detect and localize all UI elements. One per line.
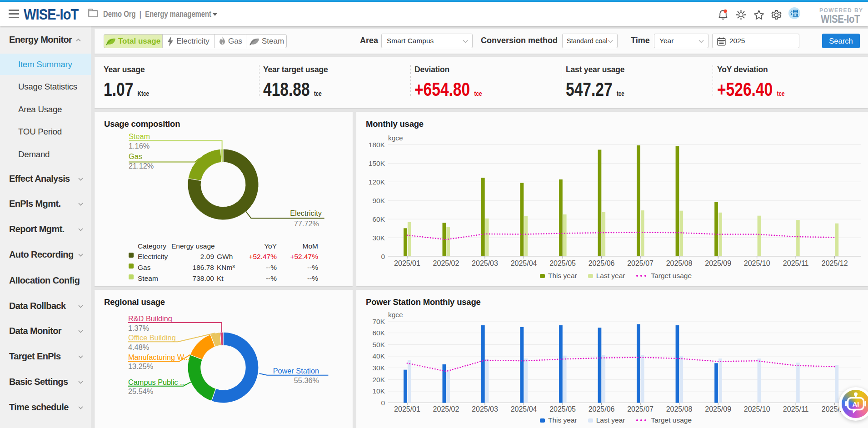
svg-text:2025/04: 2025/04 xyxy=(511,405,537,413)
svg-text:2025/06: 2025/06 xyxy=(589,259,615,267)
svg-text:AI: AI xyxy=(853,400,859,408)
svg-text:4.48%: 4.48% xyxy=(128,343,149,351)
svg-text:2025/05: 2025/05 xyxy=(549,259,576,267)
svg-text:60K: 60K xyxy=(372,215,385,223)
svg-text:738.00: 738.00 xyxy=(193,274,215,282)
svg-text:Manufacturing W...: Manufacturing W... xyxy=(128,353,190,361)
svg-text:2025/02: 2025/02 xyxy=(433,259,459,267)
svg-text:Category: Category xyxy=(138,242,166,250)
svg-text:0: 0 xyxy=(381,399,385,407)
svg-text:KNm³: KNm³ xyxy=(217,264,235,271)
svg-text:2025/10: 2025/10 xyxy=(744,405,770,413)
svg-text:1.37%: 1.37% xyxy=(128,324,149,332)
svg-text:--%: --% xyxy=(266,274,277,282)
svg-text:Office Building: Office Building xyxy=(128,333,176,342)
svg-text:0: 0 xyxy=(381,253,385,260)
svg-text:30K: 30K xyxy=(372,234,385,242)
svg-text:2025/11: 2025/11 xyxy=(783,405,809,413)
svg-text:186.78: 186.78 xyxy=(193,264,214,271)
svg-text:2025/07: 2025/07 xyxy=(627,259,653,267)
svg-text:YoY: YoY xyxy=(264,242,277,250)
svg-text:21.12%: 21.12% xyxy=(129,162,154,170)
svg-text:2025/03: 2025/03 xyxy=(472,259,498,267)
svg-text:2025/05: 2025/05 xyxy=(549,405,576,413)
svg-text:2.09: 2.09 xyxy=(200,253,214,260)
svg-text:MoM: MoM xyxy=(303,242,318,250)
svg-text:Campus Public ...: Campus Public ... xyxy=(128,378,186,386)
svg-text:10K: 10K xyxy=(372,387,385,395)
svg-text:2025/12: 2025/12 xyxy=(822,259,848,267)
svg-text:2025/03: 2025/03 xyxy=(472,405,498,413)
svg-text:40K: 40K xyxy=(372,352,385,360)
svg-text:70K: 70K xyxy=(372,318,385,325)
svg-text:77.72%: 77.72% xyxy=(294,219,319,228)
svg-text:60K: 60K xyxy=(372,329,385,337)
svg-text:--%: --% xyxy=(307,264,318,271)
svg-text:90K: 90K xyxy=(372,197,385,204)
svg-text:Electricity: Electricity xyxy=(138,253,168,260)
svg-text:30K: 30K xyxy=(372,364,385,372)
svg-text:120K: 120K xyxy=(369,178,385,186)
svg-text:kgce: kgce xyxy=(388,134,403,142)
svg-text:2025/01: 2025/01 xyxy=(394,405,420,413)
svg-text:Steam: Steam xyxy=(138,274,158,282)
svg-text:+52.47%: +52.47% xyxy=(290,253,318,260)
svg-text:50K: 50K xyxy=(372,341,385,348)
svg-text:Gas: Gas xyxy=(129,152,142,160)
svg-text:2025/09: 2025/09 xyxy=(705,259,731,267)
svg-text:Kt: Kt xyxy=(217,274,224,282)
svg-text:Power Station: Power Station xyxy=(273,367,319,375)
svg-text:2025/06: 2025/06 xyxy=(589,405,615,413)
svg-text:180K: 180K xyxy=(369,141,385,149)
svg-text:R&D Building: R&D Building xyxy=(128,314,172,323)
svg-text:2025/04: 2025/04 xyxy=(511,259,537,267)
svg-text:--%: --% xyxy=(266,264,277,271)
svg-text:kgce: kgce xyxy=(388,311,403,319)
svg-text:--%: --% xyxy=(307,274,318,282)
svg-text:13.25%: 13.25% xyxy=(128,362,153,370)
svg-text:Electricity: Electricity xyxy=(290,209,322,217)
svg-text:2025/08: 2025/08 xyxy=(666,259,693,267)
svg-text:2025/11: 2025/11 xyxy=(783,259,809,267)
svg-text:2025/08: 2025/08 xyxy=(666,405,693,413)
svg-text:150K: 150K xyxy=(369,159,385,167)
svg-text:2025/10: 2025/10 xyxy=(744,259,770,267)
svg-text:Gas: Gas xyxy=(138,264,151,271)
svg-text:20K: 20K xyxy=(372,376,385,383)
svg-text:2025/07: 2025/07 xyxy=(627,405,653,413)
svg-text:GWh: GWh xyxy=(217,253,233,260)
svg-text:2025/01: 2025/01 xyxy=(394,259,420,267)
svg-text:2025/09: 2025/09 xyxy=(705,405,731,413)
svg-text:+52.47%: +52.47% xyxy=(249,253,277,260)
svg-text:1.16%: 1.16% xyxy=(129,142,150,150)
svg-text:Steam: Steam xyxy=(129,132,150,140)
svg-text:2025/02: 2025/02 xyxy=(433,405,459,413)
svg-text:55.36%: 55.36% xyxy=(294,376,319,384)
svg-text:25.54%: 25.54% xyxy=(128,387,153,395)
svg-text:Energy usage: Energy usage xyxy=(171,242,215,250)
